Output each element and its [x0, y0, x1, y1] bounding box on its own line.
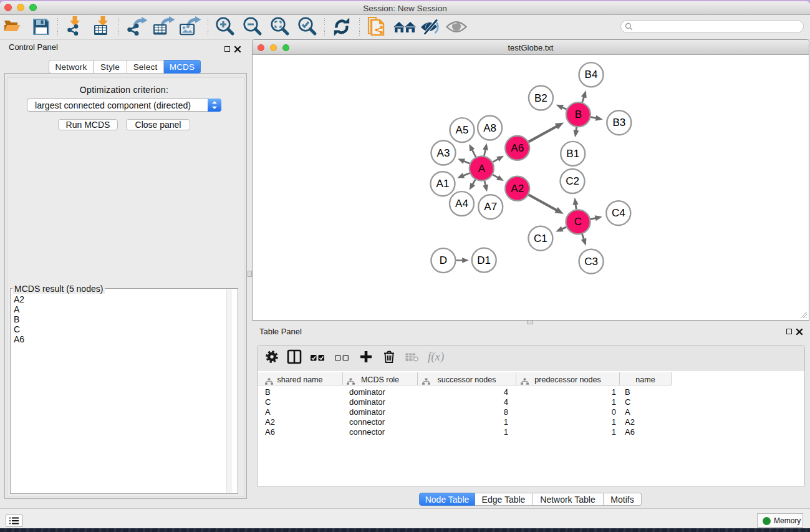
- svg-text:B: B: [575, 109, 582, 120]
- svg-text:C3: C3: [584, 256, 598, 268]
- svg-text:D: D: [440, 254, 447, 266]
- svg-text:A8: A8: [483, 122, 496, 134]
- svg-text:C1: C1: [534, 233, 547, 244]
- svg-text:C2: C2: [566, 175, 579, 187]
- svg-text:A2: A2: [511, 183, 524, 195]
- svg-text:B4: B4: [585, 69, 598, 80]
- svg-text:A4: A4: [455, 198, 468, 210]
- svg-text:A6: A6: [511, 142, 524, 154]
- svg-text:A5: A5: [456, 124, 469, 136]
- svg-text:B2: B2: [534, 92, 547, 104]
- svg-text:A1: A1: [436, 178, 450, 190]
- svg-text:A: A: [478, 163, 486, 175]
- svg-text:B3: B3: [612, 117, 625, 128]
- svg-text:C4: C4: [612, 207, 625, 219]
- svg-text:A7: A7: [484, 201, 497, 213]
- svg-text:A3: A3: [437, 147, 450, 159]
- svg-text:D1: D1: [477, 254, 491, 266]
- svg-text:B1: B1: [566, 148, 579, 160]
- svg-text:C: C: [574, 216, 582, 228]
